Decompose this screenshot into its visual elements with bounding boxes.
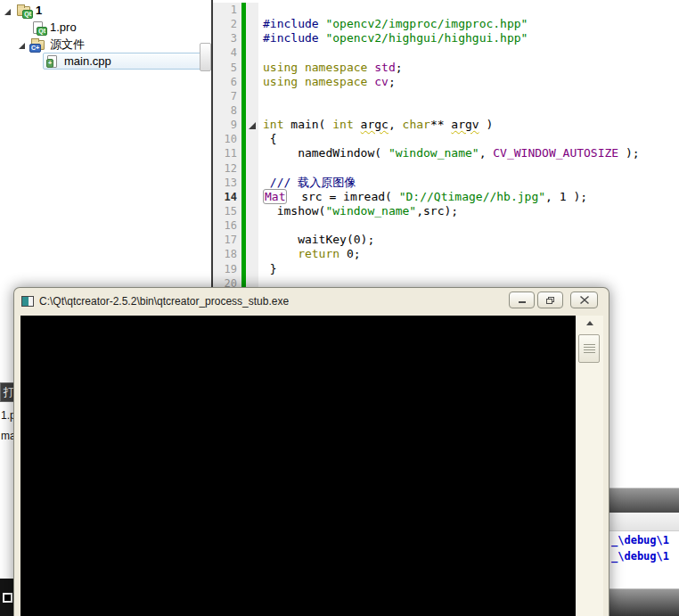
panel-splitter[interactable] — [211, 0, 213, 287]
code-text: imshow("window_name",src); — [258, 204, 458, 218]
scroll-up-button[interactable] — [576, 316, 603, 330]
line-number: 8 — [213, 103, 241, 118]
selected-item-highlight[interactable]: +main.cpp — [43, 53, 209, 70]
code-line[interactable]: 3#include "opencv2/highgui/highgui.hpp" — [213, 31, 679, 45]
code-line[interactable]: 6using namespace cv; — [213, 75, 679, 89]
output-pane-header[interactable] — [609, 488, 679, 513]
tree-item-label: 源文件 — [50, 37, 85, 53]
code-line[interactable]: 4 — [213, 45, 679, 60]
item-body[interactable]: C+源文件 — [29, 36, 209, 53]
code-line[interactable]: 19 } — [213, 262, 679, 276]
code-text: } — [258, 262, 277, 276]
minimize-button[interactable] — [509, 292, 535, 308]
status-bar-fragment — [609, 588, 679, 616]
code-line[interactable]: 17 waitKey(0); — [213, 233, 679, 247]
code-line[interactable]: 13 /// 载入原图像 — [213, 176, 679, 190]
code-line[interactable]: 11 namedWindow( "window_name", CV_WINDOW… — [213, 146, 679, 160]
fold-margin — [246, 103, 258, 118]
fold-margin — [246, 247, 258, 261]
code-text: namedWindow( "window_name", CV_WINDOW_AU… — [258, 146, 640, 160]
line-number: 18 — [213, 247, 241, 261]
code-line[interactable]: 5using namespace std; — [213, 61, 679, 75]
tree-item-main-cpp[interactable]: +main.cpp — [0, 53, 211, 70]
qt-folder-icon: Qt — [17, 4, 31, 17]
stop-icon[interactable] — [3, 593, 12, 603]
restore-icon — [545, 296, 555, 305]
code-text — [258, 3, 263, 17]
minimize-icon — [518, 296, 527, 304]
tree-scrollbar-thumb[interactable] — [200, 43, 211, 71]
code-line[interactable]: 7 — [213, 89, 679, 103]
code-line[interactable]: 10 { — [213, 132, 679, 146]
project-tree-panel: Qt1Qt1.proC+源文件+main.cpp — [0, 0, 211, 287]
code-line[interactable]: 1 — [213, 3, 679, 17]
fold-margin — [246, 89, 258, 103]
fold-margin — [246, 61, 258, 75]
code-text — [258, 45, 263, 60]
code-text: using namespace std; — [258, 61, 403, 75]
fold-margin — [246, 218, 258, 233]
code-text: /// 载入原图像 — [258, 176, 356, 190]
line-number: 7 — [213, 89, 241, 103]
item-body[interactable]: Qt1 — [14, 2, 209, 19]
console-output-area[interactable] — [20, 316, 576, 616]
line-number: 11 — [213, 146, 241, 160]
application-output: _\debug\1 _\debug\1 — [611, 532, 679, 564]
line-number: 2 — [213, 17, 241, 31]
close-button[interactable] — [570, 292, 598, 308]
line-number: 6 — [213, 75, 241, 89]
line-number: 10 — [213, 132, 241, 146]
code-line[interactable]: 15 imshow("window_name",src); — [213, 204, 679, 218]
fold-margin — [246, 3, 258, 17]
tree-item-label: main.cpp — [64, 54, 111, 68]
tree-item-1[interactable]: Qt1 — [0, 2, 211, 19]
fold-marker-icon[interactable] — [246, 118, 258, 132]
fold-margin — [246, 132, 258, 146]
line-number: 19 — [213, 262, 241, 276]
code-text: int main( int argc, char** argv ) — [258, 118, 493, 132]
expander-icon[interactable] — [3, 5, 12, 15]
code-line[interactable]: 8 — [213, 103, 679, 118]
code-line[interactable]: 16 — [213, 218, 679, 233]
line-number: 1 — [213, 3, 241, 17]
tree-item-1-pro[interactable]: Qt1.pro — [0, 19, 211, 36]
item-body[interactable]: Qt1.pro — [29, 19, 209, 36]
output-line[interactable]: _\debug\1 — [611, 548, 679, 564]
grip-icon — [584, 344, 595, 353]
expander-icon[interactable] — [17, 39, 27, 49]
code-line[interactable]: 14Mat src = imread( "D://Qtimage//hb.jpg… — [213, 190, 679, 204]
line-number: 15 — [213, 204, 241, 218]
code-text: Mat src = imread( "D://Qtimage//hb.jpg",… — [258, 190, 587, 204]
restore-button[interactable] — [537, 292, 563, 308]
scrollbar-thumb[interactable] — [578, 334, 600, 363]
code-text: waitKey(0); — [258, 233, 374, 247]
fold-margin — [246, 176, 258, 190]
code-line[interactable]: 12 — [213, 161, 679, 176]
cpp-file-icon: + — [45, 55, 60, 68]
code-line[interactable]: 9int main( int argc, char** argv ) — [213, 118, 679, 132]
console-app-icon — [21, 296, 34, 307]
code-line[interactable]: 2#include "opencv2/imgproc/imgproc.hpp" — [213, 17, 679, 31]
code-text: #include "opencv2/imgproc/imgproc.hpp" — [258, 17, 528, 31]
qt-project-file-icon: Qt — [31, 21, 45, 34]
output-line[interactable]: _\debug\1 — [611, 532, 679, 548]
console-titlebar[interactable]: C:\Qt\qtcreator-2.5.2\bin\qtcreator_proc… — [14, 288, 609, 315]
fold-margin — [246, 146, 258, 160]
fold-margin — [246, 45, 258, 60]
code-line[interactable]: 18 return 0; — [213, 247, 679, 261]
fold-margin — [246, 31, 258, 45]
console-title: C:\Qt\qtcreator-2.5.2\bin\qtcreator_proc… — [39, 295, 289, 308]
tree-item--[interactable]: C+源文件 — [0, 36, 211, 53]
expander-spacer — [17, 22, 27, 32]
line-number: 16 — [213, 218, 241, 233]
fold-margin — [246, 161, 258, 176]
line-number: 12 — [213, 161, 241, 176]
console-scrollbar[interactable] — [576, 316, 603, 616]
fold-margin — [246, 75, 258, 89]
code-text — [258, 103, 263, 118]
line-number: 5 — [213, 61, 241, 75]
line-number: 14 — [213, 190, 241, 204]
tree-item-label: 1 — [36, 4, 42, 17]
console-window[interactable]: C:\Qt\qtcreator-2.5.2\bin\qtcreator_proc… — [13, 287, 609, 616]
code-editor[interactable]: 12#include "opencv2/imgproc/imgproc.hpp"… — [213, 0, 679, 292]
